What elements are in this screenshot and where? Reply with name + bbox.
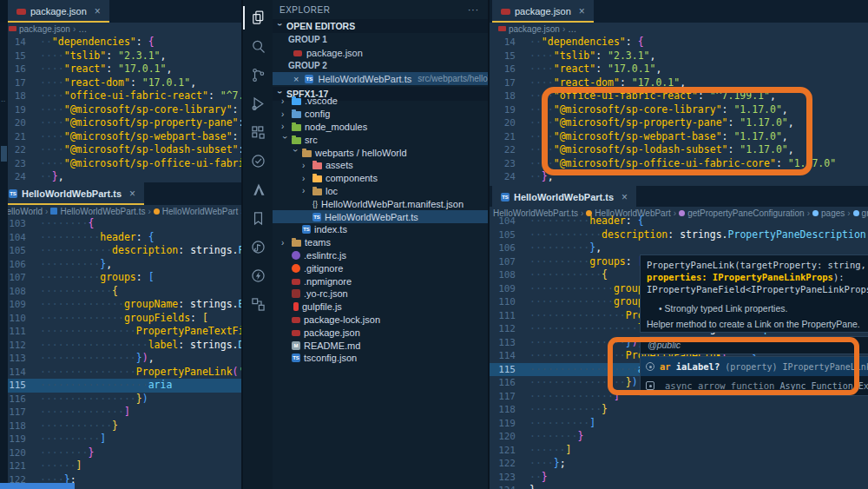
- breadcrumb[interactable]: helloWorld›HelloWorldWebPart.ts›HelloWor…: [0, 205, 241, 217]
- code-line[interactable]: 119··········]: [0, 433, 241, 446]
- open-editor-item[interactable]: ×TSHelloWorldWebPart.tssrc/webparts/hell…: [273, 72, 488, 85]
- tree-item-components[interactable]: ›components: [273, 172, 488, 185]
- code-line[interactable]: 23····"@microsoft/sp-office-ui-fabric-co…: [490, 157, 868, 171]
- code-line[interactable]: 123··}: [490, 471, 868, 485]
- tree-item--yo-rc-json[interactable]: .yo-rc.json: [273, 287, 488, 301]
- code-line[interactable]: 118············}: [0, 420, 241, 433]
- tree-item-index-ts[interactable]: TSindex.ts: [273, 223, 488, 236]
- code-line[interactable]: 16····"react": "17.0.1",: [0, 63, 241, 76]
- chevron-right-icon[interactable]: ›: [302, 186, 309, 195]
- chevron-right-icon[interactable]: ›: [281, 122, 288, 131]
- code-line[interactable]: 117··············]: [0, 406, 241, 420]
- code-line[interactable]: 122····};: [490, 457, 868, 471]
- tab-package-json[interactable]: package.json ×: [492, 0, 594, 23]
- close-icon[interactable]: ×: [95, 5, 101, 17]
- code-editor-package-json[interactable]: 14··"dependencies": {15····"tslib": "2.3…: [0, 36, 241, 184]
- code-line[interactable]: 115··················aria: [0, 379, 241, 393]
- code-line[interactable]: 22····"@microsoft/sp-lodash-subset": "1.…: [0, 143, 241, 157]
- code-line[interactable]: 24··},: [490, 170, 868, 184]
- horizontal-scrollbar[interactable]: [0, 483, 75, 489]
- code-line[interactable]: 20····"@microsoft/sp-property-pane": "1.…: [0, 116, 241, 130]
- code-line[interactable]: 18····"office-ui-fabric-react": "^7.199.…: [490, 89, 868, 103]
- tree-item-src[interactable]: ›src: [273, 133, 488, 146]
- code-line[interactable]: 120········}: [0, 446, 241, 460]
- close-icon[interactable]: ×: [293, 74, 299, 84]
- tree-item-loc[interactable]: ›loc: [273, 185, 488, 198]
- chevron-right-icon[interactable]: ›: [302, 174, 309, 183]
- code-line[interactable]: 107··········groups: [: [0, 271, 241, 285]
- code-line[interactable]: 104··········header: {: [490, 215, 868, 228]
- code-line[interactable]: 23····"@microsoft/sp-office-ui-fabric-co…: [0, 157, 241, 171]
- breadcrumb-item-package.json[interactable]: package.json: [9, 24, 70, 34]
- suggestion-item[interactable]: ariaLabel?(property) IPropertyPaneLinkPr…: [641, 357, 868, 376]
- tree-item-node-modules[interactable]: ›node_modules: [273, 121, 488, 134]
- chevron-right-icon[interactable]: ›: [302, 161, 309, 170]
- chevron-right-icon[interactable]: ›: [281, 238, 288, 248]
- code-line[interactable]: 19····"@microsoft/sp-core-library": "1.1…: [490, 103, 868, 117]
- tree-item-package-json[interactable]: package.json: [273, 326, 488, 339]
- activitybar-media-notes-icon[interactable]: [243, 233, 273, 261]
- code-line[interactable]: 106··········},: [0, 258, 241, 272]
- tree-item-config[interactable]: ›config: [273, 108, 488, 121]
- open-editor-item[interactable]: package.json: [273, 46, 488, 59]
- activitybar-project-manager-icon[interactable]: [243, 290, 273, 319]
- code-line[interactable]: 105············description: strings.Prop…: [490, 228, 868, 242]
- code-line[interactable]: 118············}: [490, 403, 868, 417]
- activitybar-search-icon[interactable]: [243, 32, 273, 61]
- tab-helloworldwebpart[interactable]: TS HelloWorldWebPart.ts ×: [0, 182, 144, 205]
- activitybar-azure-icon[interactable]: [243, 175, 273, 204]
- close-icon[interactable]: ×: [579, 5, 585, 17]
- code-line[interactable]: 19····"@microsoft/sp-core-library": "1.1…: [0, 103, 241, 117]
- code-line[interactable]: 105············description: strings.Prop…: [0, 244, 241, 258]
- more-actions-icon[interactable]: ···: [468, 5, 479, 15]
- code-line[interactable]: 17····"react-dom": "17.0.1",: [490, 76, 868, 90]
- code-line[interactable]: 20····"@microsoft/sp-property-pane": "1.…: [490, 116, 868, 130]
- breadcrumb[interactable]: package.json›…: [0, 23, 241, 35]
- activitybar-extensions-icon[interactable]: [243, 118, 273, 147]
- chevron-right-icon[interactable]: ›: [281, 96, 288, 106]
- code-line[interactable]: 16····"react": "17.0.1",: [490, 63, 868, 76]
- tree-item-tsconfig-json[interactable]: TStsconfig.json: [273, 352, 488, 365]
- chevron-down-icon[interactable]: ›: [291, 149, 300, 156]
- code-line[interactable]: 17····"react-dom": "17.0.1",: [0, 76, 241, 90]
- code-editor-package-json[interactable]: 14··"dependencies": {15····"tslib": "2.3…: [490, 36, 868, 184]
- tree-item-assets[interactable]: ›assets: [273, 159, 488, 172]
- code-line[interactable]: 124}: [490, 484, 868, 489]
- activitybar-testing-icon[interactable]: [243, 147, 273, 175]
- breadcrumb-item-…[interactable]: …: [568, 24, 576, 34]
- activitybar-source-control-icon[interactable]: [243, 61, 273, 89]
- activitybar-explorer-icon[interactable]: [243, 3, 273, 32]
- chevron-down-icon[interactable]: ›: [280, 136, 290, 143]
- activitybar-thunder-client-icon[interactable]: [243, 261, 273, 290]
- code-line[interactable]: 15····"tslib": "2.3.1",: [490, 50, 868, 63]
- code-line[interactable]: 111················PropertyPaneTextField…: [0, 325, 241, 339]
- code-line[interactable]: 120········}: [490, 430, 868, 444]
- tree-item-readme-md[interactable]: MREADME.md: [273, 339, 488, 352]
- tree-item-package-lock-json[interactable]: package-lock.json: [273, 314, 488, 327]
- activitybar-run-debug-icon[interactable]: [243, 89, 273, 118]
- code-line[interactable]: 116················}): [0, 393, 241, 406]
- code-line[interactable]: 110··············groupFields: [: [0, 312, 241, 326]
- tree-item--vscode[interactable]: ›.vscode: [273, 95, 488, 108]
- tab-helloworldwebpart[interactable]: TS HelloWorldWebPart.ts ×: [492, 186, 636, 208]
- breadcrumb-item-…[interactable]: …: [78, 24, 87, 34]
- code-line[interactable]: 103········{: [0, 217, 241, 231]
- code-line[interactable]: 119··········]: [490, 417, 868, 431]
- code-line[interactable]: 104··········header: {: [0, 231, 241, 245]
- code-line[interactable]: 121······]: [490, 444, 868, 458]
- tree-item--eslintrc-js[interactable]: .eslintrc.js: [273, 249, 488, 262]
- code-line[interactable]: 21····"@microsoft/sp-webpart-base": "1.1…: [0, 130, 241, 144]
- breadcrumb-item-HelloWorldWebPart.ts[interactable]: HelloWorldWebPart.ts: [50, 207, 145, 216]
- close-icon[interactable]: ×: [129, 188, 135, 200]
- code-line[interactable]: 22····"@microsoft/sp-lodash-subset": "1.…: [490, 143, 868, 157]
- close-icon[interactable]: ×: [621, 191, 628, 203]
- code-line[interactable]: 114················PropertyPaneLink('', …: [0, 366, 241, 380]
- code-line[interactable]: 113················}),: [0, 352, 241, 366]
- code-line[interactable]: 14··"dependencies": {: [0, 36, 241, 50]
- code-line[interactable]: 21····"@microsoft/sp-webpart-base": "1.1…: [490, 130, 868, 144]
- code-line[interactable]: 15····"tslib": "2.3.1",: [0, 50, 241, 63]
- code-editor-webpart-ts[interactable]: 103········{104··········header: {105···…: [0, 217, 241, 486]
- code-line[interactable]: 108············{: [0, 285, 241, 299]
- chevron-right-icon[interactable]: ›: [281, 109, 288, 119]
- code-line[interactable]: 121······]: [0, 459, 241, 473]
